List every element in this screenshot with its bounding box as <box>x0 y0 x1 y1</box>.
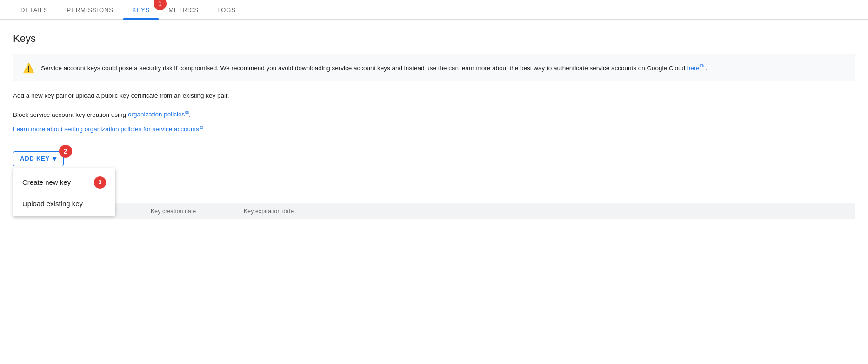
step-badge-2: 2 <box>59 145 72 158</box>
add-key-wrapper: ADD KEY ▾ 2 Create new key 3 Upload exis… <box>13 151 64 166</box>
warning-text: Service account keys could pose a securi… <box>41 62 707 73</box>
org-ext-icon: ⧉ <box>185 109 189 115</box>
keys-table: Key creation date Key expiration date <box>13 203 855 219</box>
dropdown-arrow-icon: ▾ <box>53 155 57 162</box>
add-key-dropdown: Create new key 3 Upload existing key <box>13 168 115 216</box>
warning-box: ⚠️ Service account keys could pose a sec… <box>13 54 855 81</box>
org-policy-line: Block service account key creation using… <box>13 108 855 120</box>
col-header-expiration-date: Key expiration date <box>244 208 337 215</box>
col-header-creation-date: Key creation date <box>151 208 244 215</box>
learn-more-link[interactable]: Learn more about setting organization po… <box>13 126 203 133</box>
table-header-row: Key creation date Key expiration date <box>13 203 855 219</box>
warning-icon: ⚠️ <box>23 62 34 74</box>
learn-ext-icon: ⧉ <box>200 124 203 130</box>
tab-keys[interactable]: KEYS 1 <box>123 0 159 19</box>
create-new-key-item[interactable]: Create new key 3 <box>13 171 115 194</box>
here-link[interactable]: here⧉ <box>687 65 706 72</box>
tab-bar: DETAILS PERMISSIONS KEYS 1 METRICS LOGS <box>0 0 868 20</box>
description-text: Add a new key pair or upload a public ke… <box>13 91 855 101</box>
tab-permissions[interactable]: PERMISSIONS <box>58 0 123 19</box>
org-policies-link[interactable]: organization policies⧉ <box>128 111 189 118</box>
step-badge-3: 3 <box>94 176 106 189</box>
upload-existing-key-item[interactable]: Upload existing key <box>13 194 115 213</box>
tab-metrics[interactable]: METRICS <box>159 0 208 19</box>
tab-details[interactable]: DETAILS <box>11 0 58 19</box>
add-key-button[interactable]: ADD KEY ▾ <box>13 151 64 166</box>
page-title: Keys <box>13 33 855 45</box>
learn-more-line: Learn more about setting organization po… <box>13 123 855 135</box>
main-content: Keys ⚠️ Service account keys could pose … <box>0 20 868 229</box>
external-link-icon: ⧉ <box>700 63 704 68</box>
tab-logs[interactable]: LOGS <box>208 0 245 19</box>
tab-keys-wrapper: KEYS 1 <box>123 0 159 19</box>
